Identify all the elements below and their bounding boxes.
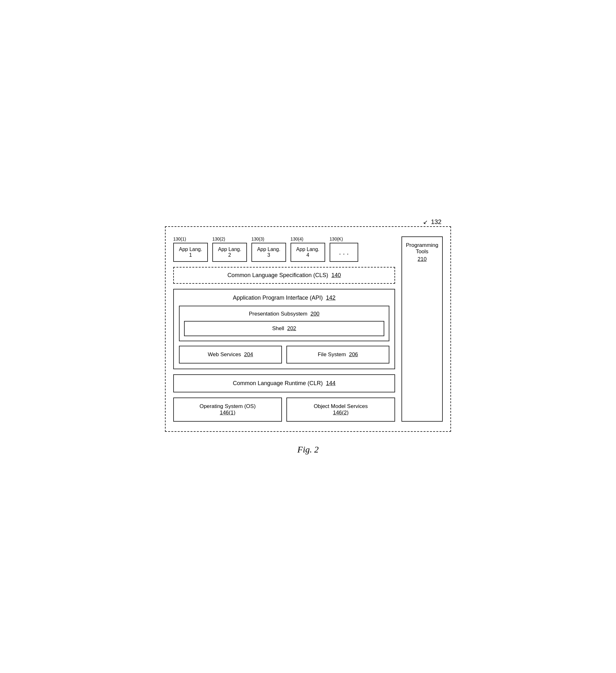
api-box: Application Program Interface (API) 142 … — [173, 289, 395, 369]
cls-label: Common Language Specification (CLS) — [227, 272, 328, 278]
file-system-label: File System — [318, 352, 346, 358]
app-lang-3-text: App Lang.3 — [257, 247, 280, 258]
ref-130-3: 130(3) — [251, 236, 264, 241]
app-lang-4-text: App Lang.4 — [296, 247, 320, 258]
app-lang-k-item: 130(K) . . . — [330, 236, 358, 262]
clr-ref: 144 — [326, 380, 336, 386]
cls-ref: 140 — [332, 272, 341, 278]
app-lang-1-text: App Lang.1 — [179, 247, 202, 258]
ref-130-1: 130(1) — [173, 236, 186, 241]
file-system-box: File System 206 — [286, 346, 389, 364]
presentation-box: Presentation Subsystem 200 Shell 202 — [179, 306, 389, 341]
left-area: 130(1) App Lang.1 130(2) App Lang.2 — [173, 236, 395, 422]
web-services-box: Web Services 204 — [179, 346, 282, 364]
prog-tools-ref: 210 — [418, 256, 427, 262]
web-services-ref: 204 — [244, 352, 253, 358]
shell-ref: 202 — [287, 325, 296, 331]
prog-tools-box: Programming Tools 210 — [401, 236, 443, 422]
clr-box: Common Language Runtime (CLR) 144 — [173, 374, 395, 393]
ref-130-2: 130(2) — [212, 236, 225, 241]
services-row: Web Services 204 File System 206 — [179, 346, 389, 364]
app-lang-4-box: App Lang.4 — [290, 243, 325, 262]
clr-label: Common Language Runtime (CLR) — [233, 380, 323, 386]
presentation-ref: 200 — [311, 311, 320, 317]
os-box: Operating System (OS) 146(1) — [173, 398, 282, 422]
ref-130-4: 130(4) — [290, 236, 303, 241]
os-row: Operating System (OS) 146(1) Object Mode… — [173, 398, 395, 422]
shell-box: Shell 202 — [184, 321, 384, 336]
web-services-label: Web Services — [208, 352, 241, 358]
app-lang-row: 130(1) App Lang.1 130(2) App Lang.2 — [173, 236, 395, 262]
app-lang-2-item: 130(2) App Lang.2 — [212, 236, 247, 262]
ref-130-k: 130(K) — [330, 236, 343, 241]
api-title: Application Program Interface (API) 142 — [179, 294, 389, 301]
os-ref: 146(1) — [220, 410, 235, 416]
app-lang-3-item: 130(3) App Lang.3 — [251, 236, 286, 262]
os-label: Operating System (OS) — [200, 403, 256, 409]
app-lang-4-item: 130(4) App Lang.4 — [290, 236, 325, 262]
app-lang-k-box: . . . — [330, 243, 358, 262]
shell-label: Shell — [272, 325, 284, 331]
ref-132-label: ↙ 132 — [423, 218, 441, 226]
fig-label: Fig. 2 — [297, 445, 319, 455]
object-model-label: Object Model Services — [314, 403, 368, 409]
prog-tools-label: Programming Tools — [405, 242, 439, 255]
app-lang-2-box: App Lang.2 — [212, 243, 247, 262]
app-lang-1-box: App Lang.1 — [173, 243, 208, 262]
app-lang-2-text: App Lang.2 — [218, 247, 241, 258]
api-ref: 142 — [326, 294, 336, 301]
file-system-ref: 206 — [349, 352, 358, 358]
presentation-title: Presentation Subsystem 200 — [184, 311, 384, 317]
ellipsis-text: . . . — [339, 248, 349, 256]
outer-box-132: 130(1) App Lang.1 130(2) App Lang.2 — [165, 226, 451, 432]
object-model-box: Object Model Services 146(2) — [286, 398, 395, 422]
main-layout: 130(1) App Lang.1 130(2) App Lang.2 — [173, 236, 443, 422]
cls-box: Common Language Specification (CLS) 140 — [173, 267, 395, 284]
object-model-ref: 146(2) — [333, 410, 348, 416]
app-lang-3-box: App Lang.3 — [251, 243, 286, 262]
diagram-wrapper: ↙ 132 130(1) App Lang.1 130( — [165, 218, 451, 455]
app-lang-1-item: 130(1) App Lang.1 — [173, 236, 208, 262]
